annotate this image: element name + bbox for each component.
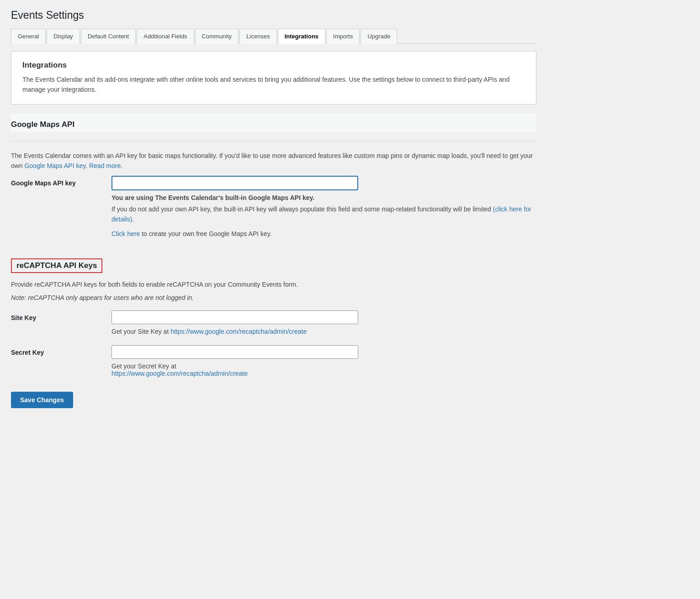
google-maps-title: Google Maps API	[11, 120, 536, 129]
google-maps-api-key-link[interactable]: Google Maps API key	[25, 162, 86, 169]
tab-imports[interactable]: Imports	[326, 29, 360, 44]
tab-general[interactable]: General	[11, 29, 46, 44]
tab-default-content[interactable]: Default Content	[81, 29, 136, 44]
google-maps-title-bar: Google Maps API	[11, 114, 536, 132]
tab-licenses[interactable]: Licenses	[239, 29, 276, 44]
create-maps-key-link[interactable]: Click here	[111, 230, 140, 237]
read-more-link[interactable]: Read more	[89, 162, 121, 169]
tab-additional-fields[interactable]: Additional Fields	[137, 29, 194, 44]
secret-key-field: Get your Secret Key at https://www.googl…	[111, 345, 536, 377]
secret-key-input[interactable]	[111, 345, 358, 359]
tabs-navigation: General Display Default Content Addition…	[11, 29, 536, 44]
integrations-info-description: The Events Calendar and its add-ons inte…	[22, 74, 525, 95]
site-key-note: Get your Site Key at https://www.google.…	[111, 328, 536, 335]
google-maps-description: The Events Calendar comes with an API ke…	[11, 151, 536, 171]
integrations-info-title: Integrations	[22, 61, 525, 70]
google-maps-api-key-label: Google Maps API key	[11, 176, 111, 187]
tab-display[interactable]: Display	[47, 29, 80, 44]
google-maps-api-key-row: Google Maps API key You are using The Ev…	[11, 176, 536, 239]
site-key-url-link[interactable]: https://www.google.com/recaptcha/admin/c…	[170, 328, 307, 335]
recaptcha-description: Provide reCAPTCHA API keys for both fiel…	[11, 279, 536, 289]
page-title: Events Settings	[11, 9, 536, 21]
save-changes-button[interactable]: Save Changes	[11, 392, 73, 408]
google-maps-api-key-field: You are using The Events Calendar's buil…	[111, 176, 536, 239]
google-maps-section: Google Maps API The Events Calendar come…	[11, 114, 536, 239]
recaptcha-title-bar: reCAPTCHA API Keys	[11, 258, 102, 273]
site-key-row: Site Key Get your Site Key at https://ww…	[11, 310, 536, 335]
secret-key-url-link[interactable]: https://www.google.com/recaptcha/admin/c…	[111, 370, 248, 377]
tab-community[interactable]: Community	[195, 29, 239, 44]
secret-key-label: Secret Key	[11, 345, 111, 356]
tab-upgrade[interactable]: Upgrade	[361, 29, 397, 44]
site-key-input[interactable]	[111, 310, 358, 324]
google-maps-api-key-input[interactable]	[111, 176, 358, 190]
site-key-field: Get your Site Key at https://www.google.…	[111, 310, 536, 335]
google-maps-divider	[11, 141, 536, 142]
recaptcha-section: reCAPTCHA API Keys Provide reCAPTCHA API…	[11, 258, 536, 377]
integrations-info-box: Integrations The Events Calendar and its…	[11, 51, 536, 105]
secret-key-row: Secret Key Get your Secret Key at https:…	[11, 345, 536, 377]
site-key-label: Site Key	[11, 310, 111, 321]
recaptcha-title: reCAPTCHA API Keys	[16, 261, 97, 270]
secret-key-note: Get your Secret Key at https://www.googl…	[111, 363, 536, 377]
google-maps-built-in-notice: You are using The Events Calendar's buil…	[111, 194, 536, 239]
tab-integrations[interactable]: Integrations	[278, 29, 325, 44]
recaptcha-note: Note: reCAPTCHA only appears for users w…	[11, 294, 536, 301]
